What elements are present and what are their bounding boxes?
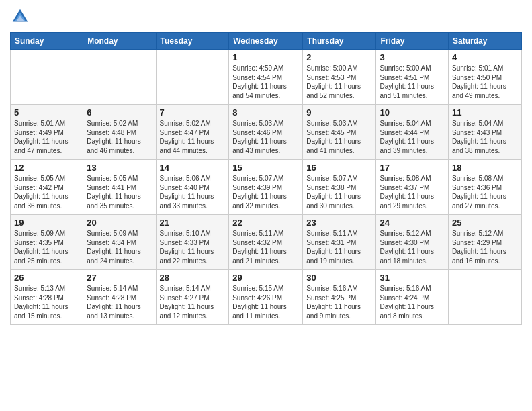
- day-info: Sunrise: 5:15 AM Sunset: 4:26 PM Dayligh…: [232, 284, 299, 320]
- day-info: Sunrise: 5:06 AM Sunset: 4:40 PM Dayligh…: [160, 174, 226, 210]
- day-info: Sunrise: 5:09 AM Sunset: 4:34 PM Dayligh…: [87, 229, 152, 265]
- calendar-cell: 22Sunrise: 5:11 AM Sunset: 4:32 PM Dayli…: [229, 215, 303, 270]
- day-info: Sunrise: 5:05 AM Sunset: 4:41 PM Dayligh…: [87, 174, 152, 210]
- calendar-cell: 17Sunrise: 5:08 AM Sunset: 4:37 PM Dayli…: [376, 160, 449, 215]
- day-info: Sunrise: 5:14 AM Sunset: 4:28 PM Dayligh…: [87, 284, 152, 320]
- day-number: 24: [380, 218, 445, 228]
- weekday-header-saturday: Saturday: [449, 33, 522, 50]
- day-info: Sunrise: 5:07 AM Sunset: 4:38 PM Dayligh…: [306, 174, 372, 210]
- day-info: Sunrise: 5:16 AM Sunset: 4:25 PM Dayligh…: [306, 284, 372, 320]
- day-info: Sunrise: 5:04 AM Sunset: 4:44 PM Dayligh…: [380, 119, 445, 155]
- calendar-cell: [449, 270, 522, 325]
- calendar-cell: 15Sunrise: 5:07 AM Sunset: 4:39 PM Dayli…: [229, 160, 303, 215]
- calendar-cell: [156, 50, 229, 105]
- calendar-cell: 12Sunrise: 5:05 AM Sunset: 4:42 PM Dayli…: [11, 160, 83, 215]
- day-number: 5: [14, 107, 79, 118]
- day-info: Sunrise: 5:01 AM Sunset: 4:49 PM Dayligh…: [14, 119, 79, 155]
- calendar-cell: 9Sunrise: 5:03 AM Sunset: 4:45 PM Daylig…: [303, 105, 376, 160]
- day-number: 15: [232, 163, 299, 173]
- day-number: 12: [14, 163, 79, 173]
- day-number: 14: [160, 163, 226, 173]
- calendar-cell: 2Sunrise: 5:00 AM Sunset: 4:53 PM Daylig…: [303, 50, 376, 105]
- day-number: 22: [232, 218, 299, 228]
- weekday-header-friday: Friday: [376, 33, 449, 50]
- day-number: 30: [306, 273, 372, 283]
- day-number: 8: [232, 107, 299, 118]
- day-info: Sunrise: 5:14 AM Sunset: 4:27 PM Dayligh…: [160, 284, 226, 320]
- day-number: 2: [306, 52, 372, 62]
- page-header: [10, 7, 522, 27]
- calendar-cell: [83, 50, 156, 105]
- day-info: Sunrise: 5:03 AM Sunset: 4:46 PM Dayligh…: [232, 119, 299, 155]
- calendar-cell: 19Sunrise: 5:09 AM Sunset: 4:35 PM Dayli…: [11, 215, 83, 270]
- calendar-cell: 29Sunrise: 5:15 AM Sunset: 4:26 PM Dayli…: [229, 270, 303, 325]
- weekday-header-row: SundayMondayTuesdayWednesdayThursdayFrid…: [11, 33, 522, 50]
- day-number: 25: [452, 218, 518, 228]
- day-info: Sunrise: 4:59 AM Sunset: 4:54 PM Dayligh…: [232, 64, 299, 100]
- calendar-cell: 14Sunrise: 5:06 AM Sunset: 4:40 PM Dayli…: [156, 160, 229, 215]
- day-info: Sunrise: 5:02 AM Sunset: 4:47 PM Dayligh…: [160, 119, 226, 155]
- day-info: Sunrise: 5:05 AM Sunset: 4:42 PM Dayligh…: [14, 174, 79, 210]
- day-info: Sunrise: 5:10 AM Sunset: 4:33 PM Dayligh…: [160, 229, 226, 265]
- calendar-cell: 28Sunrise: 5:14 AM Sunset: 4:27 PM Dayli…: [156, 270, 229, 325]
- day-number: 17: [380, 163, 445, 173]
- week-row-4: 19Sunrise: 5:09 AM Sunset: 4:35 PM Dayli…: [11, 215, 522, 270]
- day-info: Sunrise: 5:13 AM Sunset: 4:28 PM Dayligh…: [14, 284, 79, 320]
- logo: [10, 7, 33, 27]
- calendar-cell: 30Sunrise: 5:16 AM Sunset: 4:25 PM Dayli…: [303, 270, 376, 325]
- day-info: Sunrise: 5:08 AM Sunset: 4:37 PM Dayligh…: [380, 174, 445, 210]
- day-number: 4: [452, 52, 518, 62]
- calendar-cell: 1Sunrise: 4:59 AM Sunset: 4:54 PM Daylig…: [229, 50, 303, 105]
- calendar-cell: 5Sunrise: 5:01 AM Sunset: 4:49 PM Daylig…: [11, 105, 83, 160]
- logo-icon: [10, 7, 30, 27]
- calendar-cell: 7Sunrise: 5:02 AM Sunset: 4:47 PM Daylig…: [156, 105, 229, 160]
- day-number: 26: [14, 273, 79, 283]
- day-number: 23: [306, 218, 372, 228]
- calendar-cell: [11, 50, 83, 105]
- calendar-cell: 16Sunrise: 5:07 AM Sunset: 4:38 PM Dayli…: [303, 160, 376, 215]
- calendar-cell: 4Sunrise: 5:01 AM Sunset: 4:50 PM Daylig…: [449, 50, 522, 105]
- calendar-table: SundayMondayTuesdayWednesdayThursdayFrid…: [10, 32, 522, 325]
- day-info: Sunrise: 5:00 AM Sunset: 4:51 PM Dayligh…: [380, 64, 445, 100]
- day-info: Sunrise: 5:02 AM Sunset: 4:48 PM Dayligh…: [87, 119, 152, 155]
- calendar-cell: 11Sunrise: 5:04 AM Sunset: 4:43 PM Dayli…: [449, 105, 522, 160]
- week-row-3: 12Sunrise: 5:05 AM Sunset: 4:42 PM Dayli…: [11, 160, 522, 215]
- day-number: 28: [160, 273, 226, 283]
- week-row-2: 5Sunrise: 5:01 AM Sunset: 4:49 PM Daylig…: [11, 105, 522, 160]
- calendar-cell: 20Sunrise: 5:09 AM Sunset: 4:34 PM Dayli…: [83, 215, 156, 270]
- day-number: 10: [380, 107, 445, 118]
- weekday-header-wednesday: Wednesday: [229, 33, 303, 50]
- week-row-1: 1Sunrise: 4:59 AM Sunset: 4:54 PM Daylig…: [11, 50, 522, 105]
- day-number: 6: [87, 107, 152, 118]
- day-info: Sunrise: 5:12 AM Sunset: 4:29 PM Dayligh…: [452, 229, 518, 265]
- calendar-cell: 6Sunrise: 5:02 AM Sunset: 4:48 PM Daylig…: [83, 105, 156, 160]
- day-number: 20: [87, 218, 152, 228]
- calendar-cell: 27Sunrise: 5:14 AM Sunset: 4:28 PM Dayli…: [83, 270, 156, 325]
- weekday-header-sunday: Sunday: [11, 33, 83, 50]
- day-info: Sunrise: 5:08 AM Sunset: 4:36 PM Dayligh…: [452, 174, 518, 210]
- weekday-header-tuesday: Tuesday: [156, 33, 229, 50]
- day-info: Sunrise: 5:12 AM Sunset: 4:30 PM Dayligh…: [380, 229, 445, 265]
- weekday-header-thursday: Thursday: [303, 33, 376, 50]
- calendar-cell: 24Sunrise: 5:12 AM Sunset: 4:30 PM Dayli…: [376, 215, 449, 270]
- calendar-cell: 31Sunrise: 5:16 AM Sunset: 4:24 PM Dayli…: [376, 270, 449, 325]
- day-number: 3: [380, 52, 445, 62]
- calendar-cell: 23Sunrise: 5:11 AM Sunset: 4:31 PM Dayli…: [303, 215, 376, 270]
- day-number: 31: [380, 273, 445, 283]
- day-info: Sunrise: 5:09 AM Sunset: 4:35 PM Dayligh…: [14, 229, 79, 265]
- weekday-header-monday: Monday: [83, 33, 156, 50]
- calendar-cell: 8Sunrise: 5:03 AM Sunset: 4:46 PM Daylig…: [229, 105, 303, 160]
- day-number: 11: [452, 107, 518, 118]
- day-number: 13: [87, 163, 152, 173]
- day-number: 7: [160, 107, 226, 118]
- day-info: Sunrise: 5:16 AM Sunset: 4:24 PM Dayligh…: [380, 284, 445, 320]
- day-info: Sunrise: 5:03 AM Sunset: 4:45 PM Dayligh…: [306, 119, 372, 155]
- day-info: Sunrise: 5:11 AM Sunset: 4:31 PM Dayligh…: [306, 229, 372, 265]
- day-number: 27: [87, 273, 152, 283]
- day-info: Sunrise: 5:07 AM Sunset: 4:39 PM Dayligh…: [232, 174, 299, 210]
- calendar-cell: 3Sunrise: 5:00 AM Sunset: 4:51 PM Daylig…: [376, 50, 449, 105]
- calendar-cell: 18Sunrise: 5:08 AM Sunset: 4:36 PM Dayli…: [449, 160, 522, 215]
- day-info: Sunrise: 5:11 AM Sunset: 4:32 PM Dayligh…: [232, 229, 299, 265]
- day-info: Sunrise: 5:04 AM Sunset: 4:43 PM Dayligh…: [452, 119, 518, 155]
- week-row-5: 26Sunrise: 5:13 AM Sunset: 4:28 PM Dayli…: [11, 270, 522, 325]
